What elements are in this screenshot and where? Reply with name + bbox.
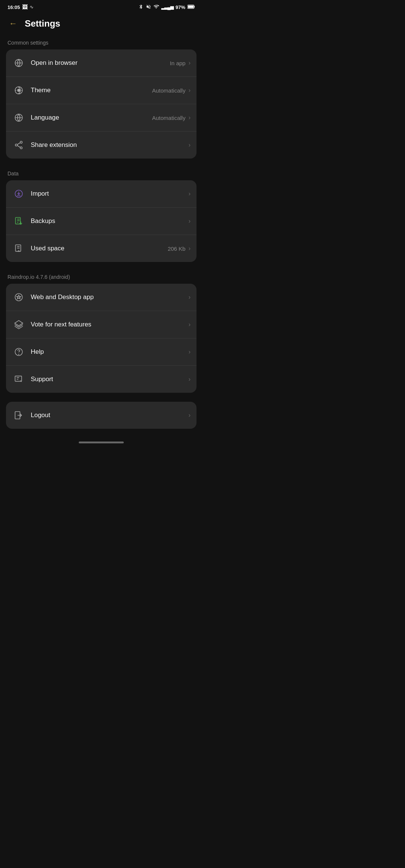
share-extension-label: Share extension — [31, 141, 186, 149]
home-indicator-bar — [79, 441, 124, 443]
open-in-browser-value: In app — [170, 60, 186, 66]
backup-icon — [12, 214, 26, 228]
web-desktop-row[interactable]: Web and Desktop app › — [6, 284, 196, 311]
logout-chevron: › — [189, 412, 190, 419]
bottom-indicator — [0, 438, 202, 449]
svg-rect-1 — [194, 6, 195, 7]
page-title: Settings — [25, 18, 60, 29]
backups-label: Backups — [31, 217, 186, 225]
theme-row[interactable]: Theme Automatically › — [6, 77, 196, 104]
vote-features-chevron: › — [189, 321, 190, 328]
language-chevron: › — [189, 114, 190, 121]
logout-icon — [12, 409, 26, 422]
language-label: Language — [31, 114, 152, 121]
common-settings-card: Open in browser In app › Theme Automatic… — [6, 49, 196, 159]
web-desktop-label: Web and Desktop app — [31, 293, 186, 301]
support-icon — [12, 373, 26, 386]
backups-chevron: › — [189, 218, 190, 224]
import-label: Import — [31, 190, 186, 198]
theme-icon — [12, 84, 26, 97]
wave-icon: ∿ — [30, 4, 33, 10]
backups-row[interactable]: Backups › — [6, 208, 196, 235]
svg-point-6 — [18, 89, 20, 92]
logout-label: Logout — [31, 412, 189, 419]
support-row[interactable]: Support › — [6, 366, 196, 393]
svg-point-13 — [20, 141, 22, 143]
data-card: Import › Backups › Used space 206 Kb — [6, 180, 196, 262]
used-space-value: 206 Kb — [168, 245, 186, 252]
svg-point-26 — [18, 354, 19, 355]
open-in-browser-label: Open in browser — [31, 59, 170, 67]
back-button[interactable]: ← — [8, 17, 19, 30]
open-in-browser-chevron: › — [189, 60, 190, 66]
support-chevron: › — [189, 376, 190, 383]
open-in-browser-row[interactable]: Open in browser In app › — [6, 49, 196, 77]
vote-features-label: Vote for next features — [31, 321, 186, 328]
svg-point-15 — [20, 147, 22, 149]
storage-icon — [12, 242, 26, 255]
photo-icon: 🖼 — [22, 4, 27, 10]
data-label: Data — [0, 168, 202, 180]
common-settings-label: Common settings — [0, 37, 202, 49]
used-space-chevron: › — [189, 245, 190, 252]
language-value: Automatically — [152, 115, 185, 121]
appstore-icon — [12, 290, 26, 304]
used-space-row[interactable]: Used space 206 Kb › — [6, 235, 196, 262]
svg-line-16 — [17, 143, 20, 145]
web-desktop-chevron: › — [189, 294, 190, 301]
help-row[interactable]: Help › — [6, 338, 196, 366]
signal-icon: ▂▃▄▅ — [161, 4, 173, 10]
import-icon — [12, 187, 26, 201]
status-left: 16:05 🖼 ∿ — [8, 4, 33, 10]
svg-point-14 — [15, 144, 17, 146]
language-icon — [12, 111, 26, 124]
language-row[interactable]: Language Automatically › — [6, 104, 196, 132]
import-row[interactable]: Import › — [6, 180, 196, 208]
battery-icon — [188, 4, 195, 10]
about-label: Raindrop.io 4.7.6 (android) — [0, 271, 202, 284]
logout-row[interactable]: Logout › — [6, 402, 196, 429]
wifi-icon — [153, 4, 159, 10]
layers-icon — [12, 318, 26, 331]
help-label: Help — [31, 348, 186, 356]
svg-rect-2 — [188, 5, 194, 8]
help-chevron: › — [189, 349, 190, 355]
battery-display: 97% — [176, 4, 185, 10]
theme-label: Theme — [31, 87, 152, 94]
import-chevron: › — [189, 190, 190, 197]
mute-icon — [146, 4, 151, 10]
header: ← Settings — [0, 13, 202, 37]
share-extension-chevron: › — [189, 142, 190, 148]
share-extension-row[interactable]: Share extension › — [6, 132, 196, 159]
svg-marker-24 — [15, 320, 23, 326]
theme-chevron: › — [189, 87, 190, 94]
bluetooth-icon — [138, 4, 144, 10]
svg-line-17 — [17, 145, 20, 147]
about-card: Web and Desktop app › Vote for next feat… — [6, 284, 196, 393]
vote-features-row[interactable]: Vote for next features › — [6, 311, 196, 338]
support-label: Support — [31, 376, 186, 383]
browser-icon — [12, 56, 26, 70]
status-right: ▂▃▄▅ 97% — [138, 4, 195, 10]
time-display: 16:05 — [8, 4, 20, 10]
share-icon — [12, 138, 26, 152]
theme-value: Automatically — [152, 87, 185, 94]
help-icon — [12, 345, 26, 359]
status-bar: 16:05 🖼 ∿ ▂▃▄▅ 97% — [0, 0, 202, 13]
logout-card: Logout › — [6, 402, 196, 429]
used-space-label: Used space — [31, 245, 168, 252]
